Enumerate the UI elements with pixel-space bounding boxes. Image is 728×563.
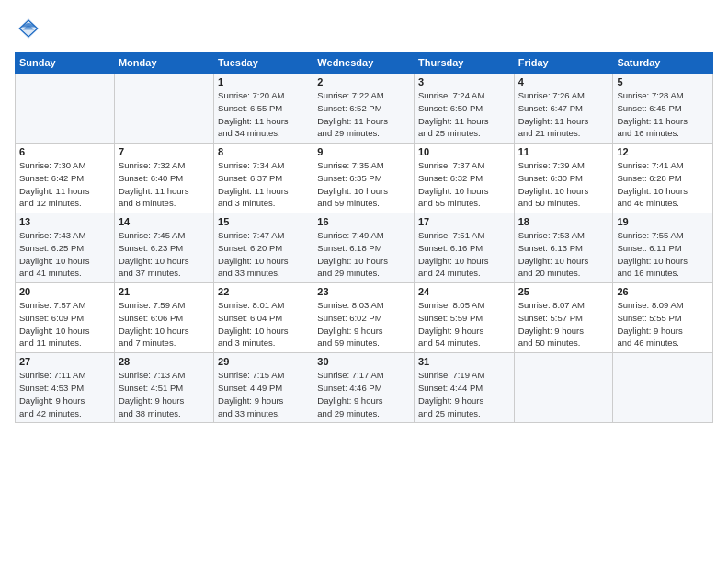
day-number: 7	[119, 146, 210, 157]
weekday-header-row: SundayMondayTuesdayWednesdayThursdayFrid…	[16, 52, 713, 74]
day-number: 28	[119, 356, 210, 367]
day-info: Sunrise: 7:20 AM Sunset: 6:55 PM Dayligh…	[218, 89, 309, 140]
calendar-cell: 27Sunrise: 7:11 AM Sunset: 4:53 PM Dayli…	[16, 353, 115, 423]
day-info: Sunrise: 8:01 AM Sunset: 6:04 PM Dayligh…	[218, 299, 309, 350]
weekday-header: Monday	[114, 52, 213, 74]
day-info: Sunrise: 7:34 AM Sunset: 6:37 PM Dayligh…	[218, 159, 309, 210]
calendar-cell	[16, 74, 115, 144]
day-info: Sunrise: 7:28 AM Sunset: 6:45 PM Dayligh…	[617, 89, 709, 140]
page-header	[15, 15, 713, 42]
day-number: 31	[418, 356, 510, 367]
calendar-cell: 22Sunrise: 8:01 AM Sunset: 6:04 PM Dayli…	[214, 283, 313, 353]
day-info: Sunrise: 7:53 AM Sunset: 6:13 PM Dayligh…	[518, 229, 609, 280]
day-number: 8	[218, 146, 309, 157]
calendar-cell: 17Sunrise: 7:51 AM Sunset: 6:16 PM Dayli…	[414, 213, 514, 283]
calendar-cell: 5Sunrise: 7:28 AM Sunset: 6:45 PM Daylig…	[613, 74, 713, 144]
day-number: 6	[19, 146, 110, 157]
day-info: Sunrise: 7:45 AM Sunset: 6:23 PM Dayligh…	[119, 229, 210, 280]
calendar-cell: 7Sunrise: 7:32 AM Sunset: 6:40 PM Daylig…	[114, 144, 213, 213]
calendar-cell: 8Sunrise: 7:34 AM Sunset: 6:37 PM Daylig…	[214, 144, 313, 213]
day-info: Sunrise: 7:49 AM Sunset: 6:18 PM Dayligh…	[317, 229, 410, 280]
logo-icon	[15, 15, 42, 42]
calendar-header: SundayMondayTuesdayWednesdayThursdayFrid…	[16, 52, 713, 74]
day-info: Sunrise: 7:17 AM Sunset: 4:46 PM Dayligh…	[317, 369, 410, 419]
day-number: 14	[119, 216, 210, 227]
calendar-cell: 18Sunrise: 7:53 AM Sunset: 6:13 PM Dayli…	[514, 213, 613, 283]
day-number: 2	[317, 76, 410, 87]
day-info: Sunrise: 7:32 AM Sunset: 6:40 PM Dayligh…	[119, 159, 210, 210]
day-info: Sunrise: 7:57 AM Sunset: 6:09 PM Dayligh…	[19, 299, 110, 350]
calendar-cell: 12Sunrise: 7:41 AM Sunset: 6:28 PM Dayli…	[613, 144, 713, 213]
day-info: Sunrise: 8:09 AM Sunset: 5:55 PM Dayligh…	[617, 299, 709, 350]
day-info: Sunrise: 7:37 AM Sunset: 6:32 PM Dayligh…	[418, 159, 510, 210]
calendar-cell: 29Sunrise: 7:15 AM Sunset: 4:49 PM Dayli…	[214, 353, 313, 423]
day-number: 10	[418, 146, 510, 157]
calendar-cell: 16Sunrise: 7:49 AM Sunset: 6:18 PM Dayli…	[313, 213, 415, 283]
day-number: 16	[317, 216, 410, 227]
weekday-header: Saturday	[613, 52, 713, 74]
day-number: 20	[19, 286, 110, 297]
day-info: Sunrise: 7:22 AM Sunset: 6:52 PM Dayligh…	[317, 89, 410, 140]
day-number: 9	[317, 146, 410, 157]
calendar-cell: 28Sunrise: 7:13 AM Sunset: 4:51 PM Dayli…	[114, 353, 213, 423]
calendar-week-row: 27Sunrise: 7:11 AM Sunset: 4:53 PM Dayli…	[16, 353, 713, 423]
day-number: 21	[119, 286, 210, 297]
day-info: Sunrise: 8:07 AM Sunset: 5:57 PM Dayligh…	[518, 299, 609, 350]
calendar-cell: 1Sunrise: 7:20 AM Sunset: 6:55 PM Daylig…	[214, 74, 313, 144]
day-number: 30	[317, 356, 410, 367]
calendar-week-row: 6Sunrise: 7:30 AM Sunset: 6:42 PM Daylig…	[16, 144, 713, 213]
day-info: Sunrise: 7:15 AM Sunset: 4:49 PM Dayligh…	[218, 369, 309, 419]
day-info: Sunrise: 7:13 AM Sunset: 4:51 PM Dayligh…	[119, 369, 210, 419]
day-number: 23	[317, 286, 410, 297]
calendar-body: 1Sunrise: 7:20 AM Sunset: 6:55 PM Daylig…	[16, 74, 713, 423]
calendar-cell	[514, 353, 613, 423]
calendar-cell: 6Sunrise: 7:30 AM Sunset: 6:42 PM Daylig…	[16, 144, 115, 213]
calendar-cell: 19Sunrise: 7:55 AM Sunset: 6:11 PM Dayli…	[613, 213, 713, 283]
day-info: Sunrise: 7:35 AM Sunset: 6:35 PM Dayligh…	[317, 159, 410, 210]
day-info: Sunrise: 7:41 AM Sunset: 6:28 PM Dayligh…	[617, 159, 709, 210]
calendar-cell: 20Sunrise: 7:57 AM Sunset: 6:09 PM Dayli…	[16, 283, 115, 353]
day-number: 19	[617, 216, 709, 227]
calendar-cell: 26Sunrise: 8:09 AM Sunset: 5:55 PM Dayli…	[613, 283, 713, 353]
day-number: 11	[518, 146, 609, 157]
day-info: Sunrise: 8:05 AM Sunset: 5:59 PM Dayligh…	[418, 299, 510, 350]
calendar-cell: 31Sunrise: 7:19 AM Sunset: 4:44 PM Dayli…	[414, 353, 514, 423]
weekday-header: Wednesday	[313, 52, 415, 74]
calendar-cell	[613, 353, 713, 423]
calendar-cell: 21Sunrise: 7:59 AM Sunset: 6:06 PM Dayli…	[114, 283, 213, 353]
day-info: Sunrise: 8:03 AM Sunset: 6:02 PM Dayligh…	[317, 299, 410, 350]
day-info: Sunrise: 7:26 AM Sunset: 6:47 PM Dayligh…	[518, 89, 609, 140]
calendar-cell: 15Sunrise: 7:47 AM Sunset: 6:20 PM Dayli…	[214, 213, 313, 283]
day-info: Sunrise: 7:43 AM Sunset: 6:25 PM Dayligh…	[19, 229, 110, 280]
calendar-cell: 25Sunrise: 8:07 AM Sunset: 5:57 PM Dayli…	[514, 283, 613, 353]
calendar-cell	[114, 74, 213, 144]
day-number: 24	[418, 286, 510, 297]
day-info: Sunrise: 7:51 AM Sunset: 6:16 PM Dayligh…	[418, 229, 510, 280]
day-info: Sunrise: 7:11 AM Sunset: 4:53 PM Dayligh…	[19, 369, 110, 419]
calendar-cell: 30Sunrise: 7:17 AM Sunset: 4:46 PM Dayli…	[313, 353, 415, 423]
day-info: Sunrise: 7:47 AM Sunset: 6:20 PM Dayligh…	[218, 229, 309, 280]
day-info: Sunrise: 7:30 AM Sunset: 6:42 PM Dayligh…	[19, 159, 110, 210]
day-number: 15	[218, 216, 309, 227]
day-info: Sunrise: 7:24 AM Sunset: 6:50 PM Dayligh…	[418, 89, 510, 140]
day-info: Sunrise: 7:55 AM Sunset: 6:11 PM Dayligh…	[617, 229, 709, 280]
day-number: 12	[617, 146, 709, 157]
day-number: 25	[518, 286, 609, 297]
day-number: 1	[218, 76, 309, 87]
calendar-cell: 4Sunrise: 7:26 AM Sunset: 6:47 PM Daylig…	[514, 74, 613, 144]
day-number: 22	[218, 286, 309, 297]
calendar-table: SundayMondayTuesdayWednesdayThursdayFrid…	[15, 52, 713, 423]
weekday-header: Friday	[514, 52, 613, 74]
day-number: 5	[617, 76, 709, 87]
calendar-cell: 24Sunrise: 8:05 AM Sunset: 5:59 PM Dayli…	[414, 283, 514, 353]
day-number: 29	[218, 356, 309, 367]
calendar-cell: 23Sunrise: 8:03 AM Sunset: 6:02 PM Dayli…	[313, 283, 415, 353]
calendar-cell: 14Sunrise: 7:45 AM Sunset: 6:23 PM Dayli…	[114, 213, 213, 283]
calendar-week-row: 13Sunrise: 7:43 AM Sunset: 6:25 PM Dayli…	[16, 213, 713, 283]
calendar-page: SundayMondayTuesdayWednesdayThursdayFrid…	[0, 0, 728, 563]
weekday-header: Tuesday	[214, 52, 313, 74]
calendar-cell: 2Sunrise: 7:22 AM Sunset: 6:52 PM Daylig…	[313, 74, 415, 144]
day-number: 13	[19, 216, 110, 227]
calendar-week-row: 20Sunrise: 7:57 AM Sunset: 6:09 PM Dayli…	[16, 283, 713, 353]
day-number: 18	[518, 216, 609, 227]
